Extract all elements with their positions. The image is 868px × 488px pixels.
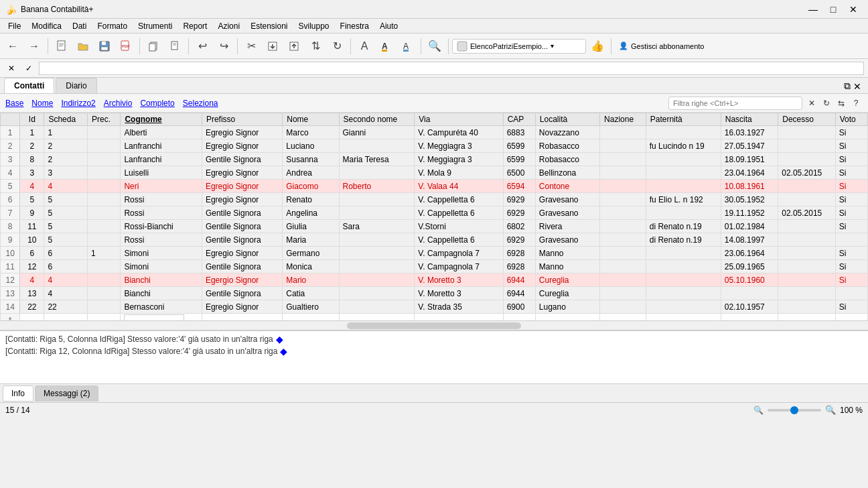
zoom-in-icon[interactable]: 🔍 — [825, 405, 836, 415]
tab-contatti[interactable]: Contatti — [4, 78, 54, 93]
copy2-button[interactable] — [165, 36, 185, 56]
tab-diario[interactable]: Diario — [56, 78, 96, 93]
message-link-2[interactable]: ◆ — [280, 346, 287, 357]
filter-input[interactable] — [668, 97, 802, 110]
nav-nome[interactable]: Nome — [31, 99, 53, 108]
svg-text:A: A — [382, 42, 388, 51]
zoom-slider[interactable] — [768, 409, 821, 412]
btab-info[interactable]: Info — [3, 385, 33, 402]
menu-strumenti[interactable]: Strumenti — [133, 20, 177, 32]
new-button[interactable] — [52, 36, 72, 56]
cancel-search-button[interactable]: ✕ — [4, 61, 19, 76]
maximize-panel-icon[interactable]: ⧉ — [844, 80, 851, 92]
file-dropdown-icon[interactable]: ▾ — [551, 42, 554, 50]
nav-seleziona[interactable]: Seleziona — [183, 99, 218, 108]
col-header-pat[interactable]: Paternità — [646, 113, 721, 126]
close-button[interactable]: ✕ — [844, 3, 863, 16]
file-area[interactable]: ElencoPatriziEsempio... ▾ — [452, 39, 586, 54]
horizontal-scrollbar[interactable] — [0, 320, 868, 330]
account-area[interactable]: 👤 Gestisci abbonamento — [619, 42, 704, 50]
col-header-naz[interactable]: Nazione — [600, 113, 646, 126]
filter-options-icon[interactable]: ⇆ — [835, 97, 848, 110]
menu-dati[interactable]: Dati — [67, 20, 92, 32]
save-button[interactable] — [94, 36, 115, 56]
pdf-button[interactable]: PDF — [116, 36, 136, 56]
zoom-out-icon[interactable]: 🔍 — [753, 406, 764, 415]
redo-button[interactable]: ↪ — [214, 36, 234, 56]
btab-messaggi[interactable]: Messaggi (2) — [35, 385, 98, 402]
menu-formato[interactable]: Formato — [92, 20, 133, 32]
text-format-button[interactable]: A — [354, 36, 374, 56]
titlebar-controls[interactable]: — □ ✕ — [804, 3, 863, 16]
refresh-button[interactable]: ↻ — [327, 36, 347, 56]
col-header-loc[interactable]: Località — [535, 113, 599, 126]
col-header-cognome[interactable]: Cognome — [121, 113, 202, 126]
menu-finestra[interactable]: Finestra — [335, 20, 374, 32]
menu-file[interactable]: File — [3, 20, 26, 32]
thumb-button[interactable]: 👍 — [587, 36, 607, 56]
col-header-id[interactable]: Id — [20, 113, 44, 126]
table-row[interactable]: 142222BernasconiEgregio SignorGualtieroV… — [1, 300, 868, 314]
find-button[interactable]: 🔍 — [425, 36, 445, 56]
highlight-button[interactable]: A — [397, 36, 417, 56]
col-header-nome[interactable]: Nome — [283, 113, 339, 126]
table-row[interactable]: 8115Rossi-BianchiGentile SignoraGiuliaSa… — [1, 220, 868, 233]
col-header-scheda[interactable]: Scheda — [44, 113, 88, 126]
undo-button[interactable]: ↩ — [192, 36, 212, 56]
table-row[interactable]: 10661SimoniEgregio SignorGermanoV. Campa… — [1, 247, 868, 260]
import-button[interactable] — [284, 36, 304, 56]
table-row[interactable]: 111AlbertiEgregio SignorMarcoGianniV. Ca… — [1, 126, 868, 139]
message-link-1[interactable]: ◆ — [276, 334, 283, 345]
table-row[interactable]: 433LuiselliEgregio SignorAndreaV. Mola 9… — [1, 166, 868, 180]
table-row[interactable]: 382LanfranchiGentile SignoraSusannaMaria… — [1, 153, 868, 166]
copy-button[interactable] — [143, 36, 163, 56]
col-header-voto[interactable]: Voto — [835, 113, 867, 126]
table-row[interactable]: 655RossiEgregio SignorRenatoV. Cappellet… — [1, 193, 868, 206]
table-row[interactable]: 1244BianchiEgergio SignorMarioV. Moretto… — [1, 273, 868, 287]
menu-azioni[interactable]: Azioni — [212, 20, 245, 32]
hscroll-thumb[interactable] — [347, 322, 520, 329]
col-header-nasc[interactable]: Nascita — [721, 113, 778, 126]
col-header-cap[interactable]: CAP — [503, 113, 535, 126]
table-row[interactable]: 222LanfranchiEgregio SignorLucianoV. Meg… — [1, 139, 868, 153]
col-header-dec[interactable]: Decesso — [778, 113, 836, 126]
col-header-prefisso[interactable]: Prefisso — [202, 113, 282, 126]
table-row[interactable]: 795RossiGentile SignoraAngelinaV. Cappel… — [1, 206, 868, 220]
color-button[interactable]: A — [376, 36, 396, 56]
menu-aiuto[interactable]: Aiuto — [374, 20, 403, 32]
table-new-row[interactable]: * — [1, 314, 868, 321]
col-header-via[interactable]: Via — [415, 113, 503, 126]
cut-button[interactable]: ✂ — [241, 36, 261, 56]
table-row[interactable]: 544NeriEgregio SignorGiacomoRobertoV. Va… — [1, 180, 868, 193]
table-row[interactable]: 11126SimoniGentile SignoraMonicaV. Campa… — [1, 260, 868, 273]
back-button[interactable]: ← — [3, 36, 23, 56]
close-panel-icon[interactable]: ✕ — [853, 81, 861, 92]
confirm-search-button[interactable]: ✓ — [21, 61, 36, 76]
minimize-button[interactable]: — — [804, 3, 822, 16]
sort-button[interactable]: ⇅ — [305, 36, 326, 56]
zoom-thumb[interactable] — [790, 406, 798, 414]
menu-modifica[interactable]: Modifica — [26, 20, 67, 32]
table-container[interactable]: Id Scheda Prec. Cognome Prefisso Nome Se… — [0, 113, 868, 320]
table-row[interactable]: 13134BianchiGentile SignoraCatiaV. Moret… — [1, 287, 868, 300]
svg-rect-21 — [403, 50, 409, 52]
nav-indirizzo2[interactable]: Indirizzo2 — [61, 99, 95, 108]
search-input[interactable] — [39, 62, 864, 75]
menu-sviluppo[interactable]: Sviluppo — [293, 20, 335, 32]
col-header-secondo[interactable]: Secondo nome — [339, 113, 415, 126]
menu-report[interactable]: Report — [177, 20, 212, 32]
open-button[interactable] — [73, 36, 93, 56]
maximize-button[interactable]: □ — [824, 3, 843, 16]
new-cognome-input[interactable] — [124, 314, 184, 320]
export-button[interactable] — [263, 36, 283, 56]
filter-refresh-icon[interactable]: ↻ — [820, 97, 833, 110]
table-row[interactable]: 9105RossiGentile SignoraMariaV. Cappelle… — [1, 233, 868, 247]
nav-completo[interactable]: Completo — [140, 99, 174, 108]
nav-archivio[interactable]: Archivio — [104, 99, 133, 108]
menu-estensioni[interactable]: Estensioni — [245, 20, 293, 32]
filter-clear-icon[interactable]: ✕ — [805, 97, 818, 110]
forward-button[interactable]: → — [24, 36, 44, 56]
nav-base[interactable]: Base — [5, 99, 23, 108]
col-header-prec[interactable]: Prec. — [88, 113, 121, 126]
filter-help-icon[interactable]: ? — [849, 97, 863, 110]
